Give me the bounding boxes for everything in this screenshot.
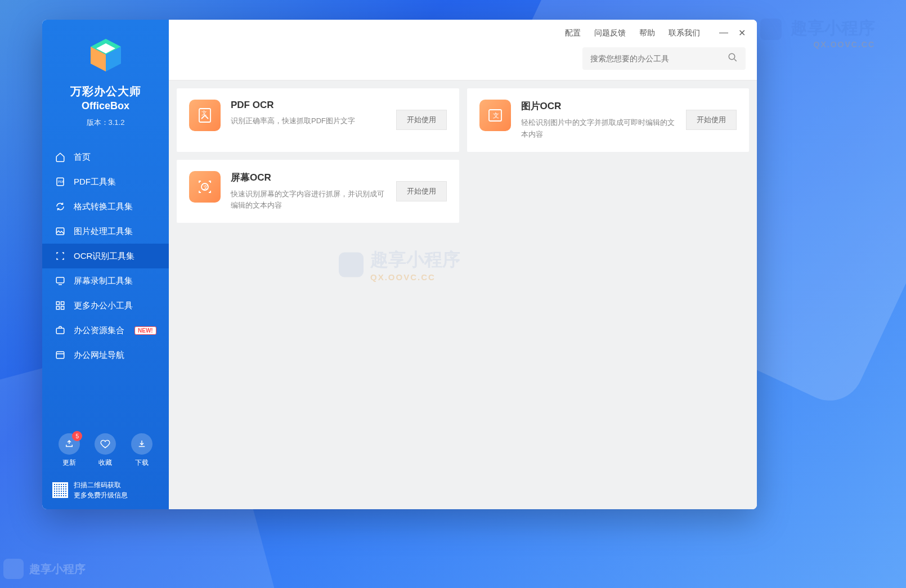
window-icon (55, 349, 66, 361)
qr-code-icon (52, 482, 68, 498)
minimize-button[interactable]: — (719, 28, 728, 38)
pdf-icon: PDF (55, 176, 66, 187)
nav-label: 更多办公小工具 (74, 300, 133, 311)
monitor-icon (55, 275, 66, 286)
nav-label: 图片处理工具集 (74, 226, 133, 237)
favorite-label: 收藏 (95, 458, 116, 468)
search-input[interactable] (590, 54, 728, 63)
nav-label: OCR识别工具集 (74, 251, 134, 262)
nav-more-tools[interactable]: 更多办公小工具 (42, 293, 169, 318)
card-title: 图片OCR (521, 100, 676, 113)
favorite-button[interactable]: 收藏 (95, 433, 116, 468)
qr-text: 扫描二维码获取 更多免费升级信息 (74, 480, 128, 500)
nav-label: 办公网址导航 (74, 350, 124, 361)
svg-point-14 (729, 53, 735, 60)
tool-card-image-ocr: 文 图片OCR 轻松识别图片中的文字并抓取成可即时编辑的文本内容 开始使用 (467, 88, 750, 152)
update-button[interactable]: 5 更新 (59, 433, 80, 468)
svg-rect-8 (56, 302, 59, 304)
nav-label: PDF工具集 (74, 177, 116, 187)
card-desc: 识别正确率高，快速抓取PDF图片文字 (231, 115, 386, 127)
app-subtitle: OfficeBox (48, 100, 163, 112)
svg-rect-12 (56, 328, 64, 334)
watermark-top: 趣享小程序 QX.OOVC.CC (760, 17, 875, 49)
nav-ocr[interactable]: OCR识别工具集 (42, 244, 169, 268)
card-desc: 轻松识别图片中的文字并抓取成可即时编辑的文本内容 (521, 117, 676, 141)
bottom-actions: 5 更新 收藏 下载 (42, 428, 169, 474)
nav-image[interactable]: 图片处理工具集 (42, 219, 169, 244)
svg-text:PDF: PDF (58, 180, 64, 183)
watermark-icon (3, 559, 24, 579)
sidebar: 万彩办公大师 OfficeBox 版本：3.1.2 首页 PDF PDF工具集 … (42, 20, 169, 509)
app-version: 版本：3.1.2 (48, 118, 163, 128)
image-ocr-icon: 文 (479, 100, 511, 131)
contact-link[interactable]: 联系我们 (669, 28, 700, 38)
feedback-link[interactable]: 问题反馈 (594, 28, 626, 38)
search-bar[interactable] (582, 47, 746, 70)
nav-label: 格式转换工具集 (74, 201, 133, 212)
briefcase-icon (55, 325, 66, 336)
start-use-button[interactable]: 开始使用 (396, 110, 447, 130)
svg-rect-9 (61, 302, 64, 304)
nav-record[interactable]: 屏幕录制工具集 (42, 268, 169, 293)
topbar: 配置 问题反馈 帮助 联系我们 — ✕ (169, 20, 757, 80)
qr-block[interactable]: 扫描二维码获取 更多免费升级信息 (42, 474, 169, 509)
card-title: 屏幕OCR (231, 171, 386, 184)
download-label: 下载 (131, 458, 153, 468)
update-badge: 5 (72, 431, 82, 441)
pdf-ocr-icon: 文 (189, 100, 221, 131)
nav-convert[interactable]: 格式转换工具集 (42, 194, 169, 219)
home-icon (55, 151, 66, 163)
nav-label: 屏幕录制工具集 (74, 276, 133, 286)
card-desc: 快速识别屏幕的文字内容进行抓屏，并识别成可编辑的文本内容 (231, 188, 386, 212)
close-button[interactable]: ✕ (738, 28, 746, 38)
logo-block: 万彩办公大师 OfficeBox 版本：3.1.2 (42, 20, 169, 140)
main-area: 配置 问题反馈 帮助 联系我们 — ✕ 文 PDF OCR (169, 20, 757, 509)
svg-rect-7 (56, 277, 64, 283)
search-icon[interactable] (728, 52, 738, 65)
svg-text:文: 文 (201, 110, 207, 116)
nav-pdf[interactable]: PDF PDF工具集 (42, 169, 169, 194)
tool-card-pdf-ocr: 文 PDF OCR 识别正确率高，快速抓取PDF图片文字 开始使用 (177, 88, 459, 152)
nav-label: 办公资源集合 (74, 325, 124, 336)
svg-text:文: 文 (203, 185, 208, 190)
config-link[interactable]: 配置 (565, 28, 581, 38)
update-label: 更新 (59, 458, 80, 468)
card-title: PDF OCR (231, 100, 386, 111)
grid-icon (55, 300, 66, 311)
ocr-icon (55, 250, 66, 262)
download-button[interactable]: 下载 (131, 433, 153, 468)
help-link[interactable]: 帮助 (639, 28, 655, 38)
app-window: 万彩办公大师 OfficeBox 版本：3.1.2 首页 PDF PDF工具集 … (42, 20, 757, 509)
svg-rect-13 (56, 352, 64, 358)
nav-resources[interactable]: 办公资源集合 NEW! (42, 318, 169, 343)
screen-ocr-icon: 文 (189, 171, 221, 203)
start-use-button[interactable]: 开始使用 (396, 181, 447, 201)
watermark-icon (760, 19, 782, 40)
svg-text:文: 文 (493, 112, 499, 119)
app-title: 万彩办公大师 (48, 84, 163, 99)
start-use-button[interactable]: 开始使用 (686, 110, 737, 130)
new-badge: NEW! (134, 326, 156, 335)
svg-rect-11 (61, 307, 64, 309)
content-grid: 文 PDF OCR 识别正确率高，快速抓取PDF图片文字 开始使用 文 图片OC… (169, 80, 757, 509)
tool-card-screen-ocr: 文 屏幕OCR 快速识别屏幕的文字内容进行抓屏，并识别成可编辑的文本内容 开始使… (177, 160, 459, 223)
window-controls: — ✕ (719, 28, 746, 38)
nav-label: 首页 (74, 152, 91, 163)
refresh-icon (55, 201, 66, 212)
watermark-bottom: 趣享小程序 (3, 559, 86, 579)
nav-home[interactable]: 首页 (42, 145, 169, 169)
nav-links[interactable]: 办公网址导航 (42, 343, 169, 367)
image-icon (55, 226, 66, 237)
logo-cube-icon (86, 35, 125, 75)
nav-list: 首页 PDF PDF工具集 格式转换工具集 图片处理工具集 OCR识别工具集 屏… (42, 140, 169, 428)
svg-rect-10 (56, 307, 59, 309)
